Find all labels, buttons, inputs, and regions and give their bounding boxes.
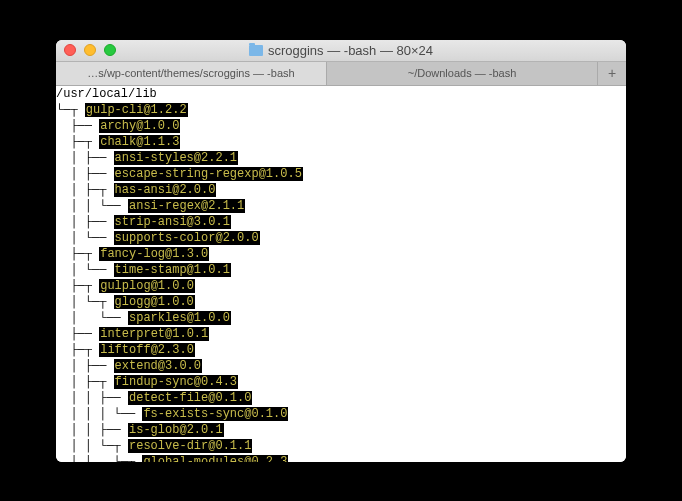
tree-line: ├─┬ liftoff@2.3.0 [56,342,626,358]
tree-line: │ └── time-stamp@1.0.1 [56,262,626,278]
tree-line: │ │ │ └── fs-exists-sync@0.1.0 [56,406,626,422]
terminal-window: scroggins — -bash — 80×24 …s/wp-content/… [56,40,626,462]
package-label: escape-string-regexp@1.0.5 [114,167,303,181]
package-label: has-ansi@2.0.0 [114,183,217,197]
tree-line: ├─┬ fancy-log@1.3.0 [56,246,626,262]
tree-prefix: │ │ └─┬ [56,439,128,453]
tree-prefix: │ └── [56,231,114,245]
tree-prefix: │ │ │ └── [56,407,142,421]
tabbar: …s/wp-content/themes/scroggins — -bash ~… [56,62,626,86]
window-title-text: scroggins — -bash — 80×24 [268,43,433,58]
package-label: archy@1.0.0 [99,119,180,133]
tree-line: ├── interpret@1.0.1 [56,326,626,342]
package-label: chalk@1.1.3 [99,135,180,149]
maximize-button[interactable] [104,44,116,56]
tree-prefix: ├── [56,119,99,133]
close-button[interactable] [64,44,76,56]
tree-line: │ ├─┬ findup-sync@0.4.3 [56,374,626,390]
tree-prefix: │ ├─┬ [56,183,114,197]
package-label: liftoff@2.3.0 [99,343,195,357]
package-label: detect-file@0.1.0 [128,391,252,405]
package-label: sparkles@1.0.0 [128,311,231,325]
tree-prefix: ├─┬ [56,279,99,293]
package-label: fancy-log@1.3.0 [99,247,209,261]
package-label: is-glob@2.0.1 [128,423,224,437]
tree-line: │ │ └── ansi-regex@2.1.1 [56,198,626,214]
tree-prefix: ├─┬ [56,343,99,357]
tree-line: │ │ ├── detect-file@0.1.0 [56,390,626,406]
tree-line: │ └── sparkles@1.0.0 [56,310,626,326]
package-label: fs-exists-sync@0.1.0 [142,407,288,421]
tree-prefix: │ ├── [56,167,114,181]
tab-downloads[interactable]: ~/Downloads — -bash [327,62,598,85]
tree-prefix: │ │ ├── [56,423,128,437]
tree-prefix: ├─┬ [56,247,99,261]
package-label: strip-ansi@3.0.1 [114,215,231,229]
tree-line: │ ├── ansi-styles@2.2.1 [56,150,626,166]
tree-prefix: │ └── [56,263,114,277]
package-label: extend@3.0.0 [114,359,202,373]
tree-line: └─┬ gulp-cli@1.2.2 [56,102,626,118]
tree-prefix: │ └── [56,311,128,325]
tree-line: │ ├── strip-ansi@3.0.1 [56,214,626,230]
package-label: glogg@1.0.0 [114,295,195,309]
package-label: supports-color@2.0.0 [114,231,260,245]
package-label: global-modules@0.2.3 [142,455,288,462]
tree-prefix: │ └─┬ [56,295,114,309]
tree-prefix: │ ├── [56,151,114,165]
titlebar[interactable]: scroggins — -bash — 80×24 [56,40,626,62]
package-label: gulp-cli@1.2.2 [85,103,188,117]
root-path: /usr/local/lib [56,86,626,102]
folder-icon [249,45,263,56]
package-label: resolve-dir@0.1.1 [128,439,252,453]
traffic-lights [56,44,116,56]
tree-line: │ └─┬ glogg@1.0.0 [56,294,626,310]
tree-line: │ │ └─┬ resolve-dir@0.1.1 [56,438,626,454]
tree-line: │ ├── escape-string-regexp@1.0.5 [56,166,626,182]
tree-line: │ │ └─┬ global-modules@0.2.3 [56,454,626,462]
tree-line: ├── archy@1.0.0 [56,118,626,134]
tree-line: ├─┬ chalk@1.1.3 [56,134,626,150]
package-label: interpret@1.0.1 [99,327,209,341]
tree-prefix: │ ├── [56,359,114,373]
tree-prefix: ├─┬ [56,135,99,149]
tree-prefix: │ ├── [56,215,114,229]
window-title: scroggins — -bash — 80×24 [56,43,626,58]
tree-prefix: ├── [56,327,99,341]
tree-prefix: │ │ ├── [56,391,128,405]
tab-add-button[interactable]: + [598,62,626,85]
tree-line: │ │ ├── is-glob@2.0.1 [56,422,626,438]
tree-prefix: └─┬ [56,103,85,117]
tree-line: │ └── supports-color@2.0.0 [56,230,626,246]
package-label: time-stamp@1.0.1 [114,263,231,277]
tree-prefix: │ ├─┬ [56,375,114,389]
tree-prefix: │ │ └─┬ [56,455,142,462]
tree-line: ├─┬ gulplog@1.0.0 [56,278,626,294]
terminal-content: /usr/local/lib └─┬ gulp-cli@1.2.2 ├── ar… [56,86,626,462]
tree-prefix: │ │ └── [56,199,128,213]
terminal-viewport[interactable]: /usr/local/lib └─┬ gulp-cli@1.2.2 ├── ar… [56,86,626,462]
package-label: findup-sync@0.4.3 [114,375,238,389]
package-label: ansi-regex@2.1.1 [128,199,245,213]
package-label: gulplog@1.0.0 [99,279,195,293]
package-label: ansi-styles@2.2.1 [114,151,238,165]
tree-line: │ ├─┬ has-ansi@2.0.0 [56,182,626,198]
tree-line: │ ├── extend@3.0.0 [56,358,626,374]
minimize-button[interactable] [84,44,96,56]
tab-active[interactable]: …s/wp-content/themes/scroggins — -bash [56,62,327,85]
